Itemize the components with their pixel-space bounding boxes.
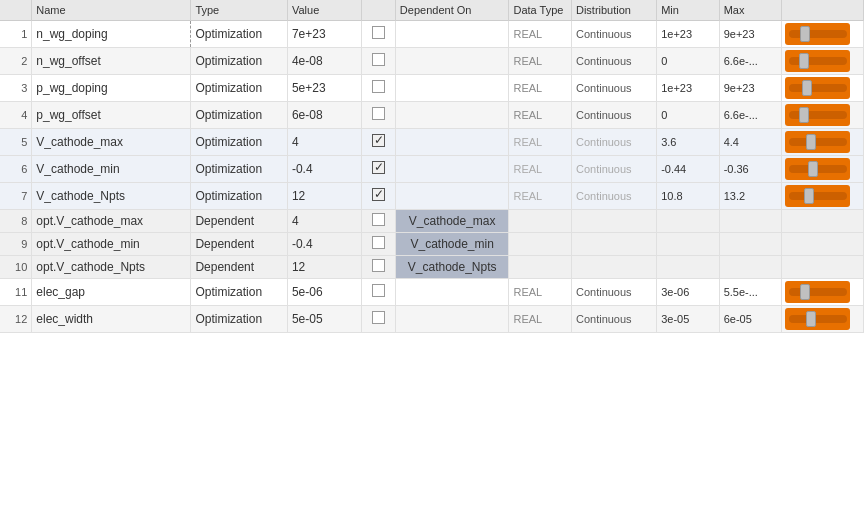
range-max[interactable]: 6e-05 [719,306,781,333]
variable-checkbox[interactable] [372,284,385,297]
variable-value[interactable]: 4 [287,210,361,233]
slider-cell[interactable] [782,75,864,102]
variable-checkbox-cell[interactable] [361,183,395,210]
range-min[interactable]: -0.44 [657,156,719,183]
slider-cell[interactable] [782,183,864,210]
variable-name[interactable]: opt.V_cathode_min [32,233,191,256]
slider-widget[interactable] [785,158,850,180]
variable-checkbox-cell[interactable] [361,75,395,102]
slider-cell[interactable] [782,129,864,156]
range-max[interactable]: 6.6e-... [719,48,781,75]
slider-widget[interactable] [785,23,850,45]
range-min[interactable]: 3e-05 [657,306,719,333]
variable-name[interactable]: opt.V_cathode_Npts [32,256,191,279]
variable-name[interactable]: elec_width [32,306,191,333]
range-min[interactable]: 10.8 [657,183,719,210]
variable-checkbox[interactable] [372,213,385,226]
variable-value[interactable]: 12 [287,183,361,210]
slider-widget[interactable] [785,308,850,330]
variable-value[interactable]: 4e-08 [287,48,361,75]
range-max[interactable]: -0.36 [719,156,781,183]
variable-value[interactable]: 7e+23 [287,21,361,48]
slider-widget[interactable] [785,77,850,99]
variable-name[interactable]: n_wg_offset [32,48,191,75]
variable-checkbox-cell[interactable] [361,21,395,48]
variable-checkbox[interactable] [372,134,385,147]
variable-checkbox[interactable] [372,26,385,39]
variable-checkbox[interactable] [372,53,385,66]
slider-thumb[interactable] [800,26,810,42]
slider-widget[interactable] [785,131,850,153]
slider-cell[interactable] [782,21,864,48]
range-min[interactable]: 1e+23 [657,75,719,102]
slider-cell[interactable] [782,48,864,75]
slider-cell[interactable] [782,102,864,129]
variables-table-container[interactable]: Name Type Value Dependent On Data Type D… [0,0,864,510]
variable-name[interactable]: V_cathode_max [32,129,191,156]
range-min[interactable] [657,233,719,256]
slider-cell[interactable] [782,156,864,183]
slider-thumb[interactable] [808,161,818,177]
variable-checkbox-cell[interactable] [361,279,395,306]
slider-cell[interactable] [782,306,864,333]
variable-checkbox[interactable] [372,259,385,272]
slider-thumb[interactable] [806,134,816,150]
variable-name[interactable]: elec_gap [32,279,191,306]
variable-name[interactable]: n_wg_doping [32,21,191,48]
slider-thumb[interactable] [799,53,809,69]
range-max[interactable]: 5.5e-... [719,279,781,306]
range-min[interactable]: 3.6 [657,129,719,156]
range-min[interactable] [657,256,719,279]
range-min[interactable]: 1e+23 [657,21,719,48]
slider-widget[interactable] [785,281,850,303]
variable-checkbox-cell[interactable] [361,233,395,256]
variable-checkbox[interactable] [372,161,385,174]
variable-checkbox[interactable] [372,107,385,120]
variable-checkbox[interactable] [372,236,385,249]
range-min[interactable]: 3e-06 [657,279,719,306]
slider-cell[interactable] [782,279,864,306]
range-max[interactable] [719,210,781,233]
variable-checkbox[interactable] [372,188,385,201]
variable-checkbox[interactable] [372,80,385,93]
variable-checkbox-cell[interactable] [361,210,395,233]
variable-value[interactable]: 12 [287,256,361,279]
variable-checkbox-cell[interactable] [361,256,395,279]
slider-widget[interactable] [785,185,850,207]
variable-checkbox[interactable] [372,311,385,324]
slider-thumb[interactable] [804,188,814,204]
variable-value[interactable]: 5e+23 [287,75,361,102]
variable-checkbox-cell[interactable] [361,156,395,183]
range-max[interactable] [719,256,781,279]
variable-name[interactable]: V_cathode_Npts [32,183,191,210]
variable-name[interactable]: opt.V_cathode_max [32,210,191,233]
range-min[interactable]: 0 [657,102,719,129]
slider-widget[interactable] [785,104,850,126]
variable-value[interactable]: 4 [287,129,361,156]
variable-checkbox-cell[interactable] [361,306,395,333]
range-min[interactable]: 0 [657,48,719,75]
variable-value[interactable]: 6e-08 [287,102,361,129]
range-max[interactable]: 9e+23 [719,75,781,102]
slider-widget[interactable] [785,50,850,72]
slider-thumb[interactable] [806,311,816,327]
range-max[interactable]: 9e+23 [719,21,781,48]
range-max[interactable]: 6.6e-... [719,102,781,129]
variable-checkbox-cell[interactable] [361,129,395,156]
slider-thumb[interactable] [799,107,809,123]
range-max[interactable]: 4.4 [719,129,781,156]
variable-name[interactable]: p_wg_offset [32,102,191,129]
variable-checkbox-cell[interactable] [361,102,395,129]
variable-name[interactable]: V_cathode_min [32,156,191,183]
slider-thumb[interactable] [800,284,810,300]
slider-thumb[interactable] [802,80,812,96]
variable-checkbox-cell[interactable] [361,48,395,75]
variable-value[interactable]: -0.4 [287,233,361,256]
variable-value[interactable]: -0.4 [287,156,361,183]
range-min[interactable] [657,210,719,233]
range-max[interactable]: 13.2 [719,183,781,210]
variable-value[interactable]: 5e-05 [287,306,361,333]
range-max[interactable] [719,233,781,256]
variable-value[interactable]: 5e-06 [287,279,361,306]
variable-name[interactable]: p_wg_doping [32,75,191,102]
